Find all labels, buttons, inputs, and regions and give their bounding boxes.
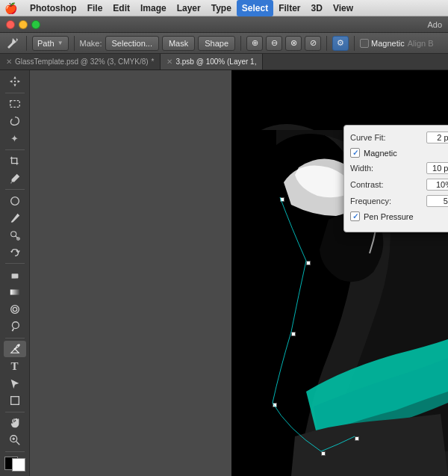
frequency-input[interactable]: 57 — [426, 195, 448, 207]
shape-button[interactable]: Shape — [198, 36, 235, 51]
toolbar-sep-1 — [5, 93, 25, 93]
apple-logo-icon: 🍎 — [4, 2, 17, 14]
menu-type[interactable]: Type — [206, 0, 237, 16]
menu-bar: 🍎 Photoshop File Edit Image Layer Type S… — [0, 0, 448, 16]
separator-2 — [74, 36, 75, 51]
pen-tool-btn[interactable] — [4, 341, 26, 357]
popup-panel: Curve Fit: 2 px Magnetic Width: 10 px Co… — [343, 125, 448, 232]
path-ops-btn-2[interactable]: ⊖ — [266, 36, 282, 51]
magnetic-label: Magnetic — [371, 39, 405, 48]
frequency-label: Frequency: — [350, 197, 426, 205]
path-point-2 — [306, 261, 311, 265]
path-ops-btn-4[interactable]: ⊘ — [305, 36, 321, 51]
lasso-tool-btn[interactable] — [4, 113, 26, 129]
pen-pressure-checkbox[interactable] — [350, 211, 360, 221]
svg-point-6 — [10, 305, 19, 313]
minimize-button[interactable] — [19, 20, 28, 29]
curve-fit-label: Curve Fit: — [350, 133, 426, 142]
tab-close-icon-2[interactable]: ✕ — [167, 58, 172, 66]
menu-layer[interactable]: Layer — [172, 0, 206, 16]
history-brush-tool-btn[interactable] — [4, 244, 26, 261]
canvas-area: Curve Fit: 2 px Magnetic Width: 10 px Co… — [30, 70, 448, 476]
toolbar: ✦ — [0, 70, 30, 476]
svg-point-1 — [10, 197, 19, 205]
menu-3d[interactable]: 3D — [306, 0, 328, 16]
path-point-1 — [280, 197, 284, 202]
path-ops-btn-1[interactable]: ⊕ — [246, 36, 263, 51]
tab-close-icon-1[interactable]: ✕ — [6, 58, 12, 66]
svg-rect-4 — [11, 273, 18, 278]
blur-tool-btn[interactable] — [4, 301, 26, 318]
separator-1 — [26, 36, 27, 51]
title-bar-text: Ado — [48, 20, 442, 29]
mask-button[interactable]: Mask — [162, 36, 195, 51]
width-input[interactable]: 10 px — [426, 162, 448, 174]
align-label: Align B — [408, 39, 434, 48]
options-bar: Path ▼ Make: Selection... Mask Shape ⊕ ⊖… — [0, 33, 448, 54]
path-selection-tool-btn[interactable] — [4, 375, 26, 392]
crop-tool-btn[interactable] — [4, 153, 26, 170]
path-point-4 — [273, 403, 277, 407]
hand-tool-btn[interactable] — [4, 415, 26, 431]
path-dropdown-arrow-icon: ▼ — [57, 40, 63, 46]
background-color[interactable] — [12, 458, 25, 472]
zoom-tool-btn[interactable] — [4, 432, 26, 448]
tab-label-2: 3.psb @ 100% (Layer 1, — [175, 58, 256, 66]
gradient-tool-btn[interactable] — [4, 284, 26, 300]
svg-point-8 — [12, 321, 19, 328]
eraser-tool-btn[interactable] — [4, 267, 26, 283]
marquee-tool-btn[interactable] — [4, 96, 26, 113]
foreground-background-colors[interactable] — [4, 457, 25, 472]
gear-settings-btn[interactable]: ⚙ — [332, 36, 349, 51]
brush-tool-btn[interactable] — [4, 210, 26, 226]
menu-view[interactable]: View — [328, 0, 358, 16]
svg-point-2 — [10, 231, 16, 236]
svg-point-9 — [13, 348, 16, 350]
toolbar-sep-4 — [5, 263, 25, 264]
svg-rect-10 — [10, 396, 19, 404]
pen-pressure-row[interactable]: Pen Pressure — [350, 211, 448, 221]
maximize-button[interactable] — [31, 20, 40, 29]
tab-glass-template[interactable]: ✕ GlassTemplate.psd @ 32% (3, CMYK/8) * — [0, 54, 161, 70]
width-label: Width: — [350, 164, 426, 173]
shape-tool-btn[interactable] — [4, 392, 26, 409]
tabs-bar: ✕ GlassTemplate.psd @ 32% (3, CMYK/8) * … — [0, 54, 448, 70]
magnetic-option[interactable]: Magnetic — [360, 39, 405, 48]
magic-wand-tool-btn[interactable]: ✦ — [4, 130, 26, 146]
menu-file[interactable]: File — [82, 0, 108, 16]
tab-3psb[interactable]: ✕ 3.psb @ 100% (Layer 1, — [161, 54, 263, 70]
path-dropdown-label: Path — [37, 39, 55, 48]
path-point-6 — [355, 436, 359, 441]
svg-rect-5 — [10, 289, 19, 294]
spot-healing-tool-btn[interactable] — [4, 193, 26, 209]
menu-edit[interactable]: Edit — [108, 0, 135, 16]
menu-select[interactable]: Select — [237, 0, 273, 16]
contrast-input[interactable]: 10% — [426, 179, 448, 191]
menu-photoshop[interactable]: Photoshop — [25, 0, 82, 16]
contrast-row: Contrast: 10% — [350, 179, 448, 191]
curve-fit-input[interactable]: 2 px — [426, 132, 448, 143]
move-tool-btn[interactable] — [4, 73, 26, 90]
path-ops-btn-3[interactable]: ⊗ — [285, 36, 302, 51]
make-label: Make: — [80, 39, 102, 48]
toolbar-sep-6 — [5, 412, 25, 412]
separator-4 — [326, 36, 327, 51]
selection-button[interactable]: Selection... — [105, 36, 159, 51]
eyedropper-tool-btn[interactable] — [4, 170, 26, 187]
menu-filter[interactable]: Filter — [273, 0, 305, 16]
contrast-label: Contrast: — [350, 180, 426, 189]
canvas-left-grey — [30, 70, 261, 476]
separator-3 — [240, 36, 241, 51]
menu-image[interactable]: Image — [135, 0, 172, 16]
dodge-tool-btn[interactable] — [4, 318, 26, 335]
tab-modified-1: * — [152, 58, 155, 66]
clone-stamp-tool-btn[interactable] — [4, 227, 26, 244]
title-bar: Ado — [0, 16, 448, 33]
main-area: ✦ — [0, 70, 448, 476]
magnetic-checkbox-popup[interactable] — [350, 148, 360, 158]
path-dropdown[interactable]: Path ▼ — [32, 36, 69, 51]
close-button[interactable] — [6, 20, 15, 29]
separator-5 — [354, 36, 355, 51]
type-tool-btn[interactable]: T — [4, 358, 26, 374]
magnetic-row[interactable]: Magnetic — [350, 148, 448, 158]
